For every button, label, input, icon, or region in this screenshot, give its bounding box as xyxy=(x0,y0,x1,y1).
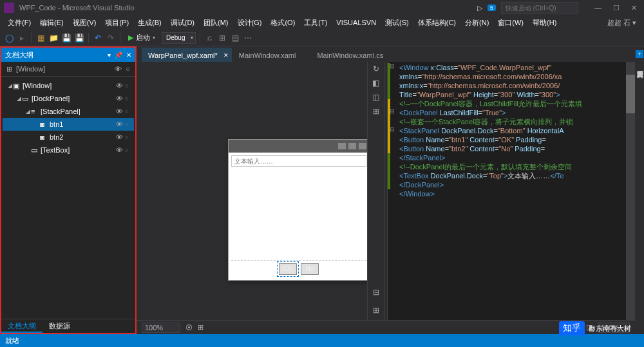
toolbox-icon[interactable]: ↻ xyxy=(371,64,381,75)
code-line[interactable]: <Button Name="btn1" Content="OK" Padding… xyxy=(399,135,632,144)
tree-toggle-icon[interactable]: ◢ xyxy=(6,82,13,89)
code-line[interactable]: </DockPanel> xyxy=(399,180,632,189)
back-icon[interactable]: ◯ xyxy=(4,33,14,43)
notify-count[interactable]: 5 xyxy=(488,5,496,11)
menu-item[interactable]: 调试(D) xyxy=(167,17,198,29)
lock-icon[interactable]: ○ xyxy=(125,121,131,127)
zoom-combo[interactable]: 100% xyxy=(142,323,180,333)
save-all-icon[interactable]: 💾 xyxy=(74,33,84,43)
pin-icon[interactable]: 📌 xyxy=(115,52,122,59)
code-line[interactable]: xmlns="http://schemas.microsoft.com/winf… xyxy=(399,72,632,81)
tb-icon[interactable]: ⊞ xyxy=(217,33,227,43)
open-icon[interactable]: 📁 xyxy=(48,33,59,43)
menu-item[interactable]: 项目(P) xyxy=(101,17,133,29)
tb-icon[interactable]: ▤ xyxy=(230,33,240,43)
visibility-icon[interactable]: 👁 xyxy=(115,133,124,141)
tree-toggle-icon[interactable]: ◢ xyxy=(24,108,31,115)
toolbox-icon[interactable]: ◧ xyxy=(371,79,381,89)
code-line[interactable]: <TextBox DockPanel.Dock="Top">文本输入……</Te xyxy=(399,171,632,180)
minimize-icon[interactable]: — xyxy=(591,3,605,14)
tree-row[interactable]: ◙btn1👁○ xyxy=(3,118,134,131)
menu-item[interactable]: 生成(B) xyxy=(134,17,166,29)
doc-tab[interactable]: MainWindow.xaml xyxy=(232,48,310,62)
toolbox-icon[interactable]: ⊞ xyxy=(371,306,381,316)
tb-icon[interactable]: ⎌ xyxy=(204,33,214,43)
lock-icon[interactable]: ○ xyxy=(125,147,131,153)
code-line[interactable]: </Window> xyxy=(399,189,632,198)
code-line[interactable]: <Button Name="btn2" Content="No" Padding… xyxy=(399,144,632,153)
code-line[interactable]: <!--嵌套一个StackPanel容器，将子元素横向排列，并锁 xyxy=(399,117,632,126)
menu-item[interactable]: 团队(M) xyxy=(200,17,232,29)
menu-item[interactable]: 测试(S) xyxy=(381,17,413,29)
split-btn-icon[interactable]: ◧ xyxy=(574,323,581,332)
redo-icon[interactable]: ↷ xyxy=(106,33,116,43)
outline-root-row[interactable]: ⊞ [Window] 👁 ○ xyxy=(1,62,135,76)
preview-textbox[interactable]: 文本输入…… xyxy=(231,155,366,167)
toolbox-icon[interactable]: ⊞ xyxy=(371,107,381,117)
toolbox-icon[interactable]: ◫ xyxy=(371,93,381,103)
zoom-combo-2[interactable]: 100% xyxy=(598,323,630,333)
menu-item[interactable]: 帮助(H) xyxy=(529,17,560,29)
code-line[interactable]: Title="WarpPanel_wpf" Height="300" Width… xyxy=(399,90,632,99)
tb-icon[interactable]: ⋯ xyxy=(243,33,253,43)
designer-window-preview[interactable]: 文本输入…… CK No xyxy=(228,139,370,281)
tree-row[interactable]: ◢≡[StackPanel]👁○ xyxy=(3,105,134,118)
preview-button-btn2[interactable]: No xyxy=(301,263,319,275)
menu-item[interactable]: 设计(G) xyxy=(234,17,266,29)
menu-item[interactable]: 编辑(E) xyxy=(36,17,68,29)
toolbox-icon[interactable]: ⊟ xyxy=(371,288,381,298)
close-panel-icon[interactable]: ✕ xyxy=(126,52,131,59)
code-content[interactable]: <Window x:Class="WPF_Code.WarpPanel_wpf"… xyxy=(397,62,635,320)
close-icon[interactable]: ✕ xyxy=(628,3,640,14)
start-debug-button[interactable]: ▶ 启动 ▾ xyxy=(124,32,159,44)
lock-icon[interactable]: ○ xyxy=(125,95,131,102)
visibility-icon[interactable]: 👁 xyxy=(115,146,124,154)
code-line[interactable]: <!--一个DockPanel容器，LastChildFill允许最后一个元素填 xyxy=(399,99,632,108)
menu-item[interactable]: 工具(T) xyxy=(300,17,331,29)
visibility-icon[interactable]: 👁 xyxy=(115,82,124,89)
doc-tab[interactable]: WarpPanel_wpf.xaml*✕ xyxy=(142,48,232,62)
code-line[interactable]: <!--DockPanel的最后一个元素，默认填充整个剩余空间 xyxy=(399,162,632,171)
visibility-icon[interactable]: 👁 xyxy=(115,108,124,115)
menu-item[interactable]: 格式(O) xyxy=(267,17,299,29)
tree-row[interactable]: ◢▭[DockPanel]👁○ xyxy=(3,92,134,105)
tree-row[interactable]: ◢▣[Window]👁○ xyxy=(3,79,134,92)
visibility-icon[interactable]: 👁 xyxy=(115,120,124,128)
doc-tab[interactable]: MainWindow.xaml.cs xyxy=(310,48,397,62)
tab-close-icon[interactable]: ✕ xyxy=(223,52,229,59)
menu-item[interactable]: 分析(N) xyxy=(461,17,493,29)
lock-icon[interactable]: ○ xyxy=(125,134,131,140)
code-line[interactable]: <StackPanel DockPanel.Dock="Bottom" Hori… xyxy=(399,126,632,135)
solution-explorer-icon[interactable]: + xyxy=(636,50,643,58)
tree-toggle-icon[interactable]: ◢ xyxy=(15,95,22,102)
save-icon[interactable]: 💾 xyxy=(61,33,71,43)
visibility-icon[interactable]: 👁 xyxy=(115,95,124,102)
quick-launch-input[interactable] xyxy=(501,2,578,14)
scrollbar-thumb[interactable] xyxy=(626,75,635,113)
lock-icon[interactable]: ○ xyxy=(125,108,131,115)
preview-button-btn1[interactable]: CK xyxy=(279,263,297,275)
split-btn-icon[interactable]: ◨ xyxy=(586,323,592,332)
maximize-icon[interactable]: ☐ xyxy=(610,3,623,14)
menu-item[interactable]: VISUALSVN xyxy=(332,17,380,28)
menu-item[interactable]: 窗口(W) xyxy=(494,17,527,29)
lock-icon[interactable]: ○ xyxy=(125,82,131,89)
xaml-designer[interactable]: 文本输入…… CK No ↻ ◧ ◫ ⊞ ⊟ ⊞ xyxy=(137,62,384,320)
forward-icon[interactable]: ▸ xyxy=(17,33,27,43)
code-line[interactable]: xmlns:x="http://schemas.microsoft.com/wi… xyxy=(399,81,632,90)
eye-icon[interactable]: 👁 xyxy=(115,65,122,73)
bottom-tab[interactable]: 数据源 xyxy=(43,319,77,333)
code-line[interactable]: <Window x:Class="WPF_Code.WarpPanel_wpf" xyxy=(399,63,632,72)
bottom-tab[interactable]: 文档大纲 xyxy=(1,319,43,333)
menu-item[interactable]: 体系结构(C) xyxy=(414,17,460,29)
notify-icon[interactable]: ▷ xyxy=(477,4,482,12)
zoom-icon[interactable]: ⦿ xyxy=(185,324,193,332)
config-combo[interactable]: Debug xyxy=(162,32,196,44)
tree-row[interactable]: ▭[TextBox]👁○ xyxy=(3,144,134,156)
undo-icon[interactable]: ↶ xyxy=(93,33,103,43)
tree-row[interactable]: ◙btn2👁○ xyxy=(3,131,134,144)
menu-item[interactable]: 文件(F) xyxy=(4,17,35,29)
scrollbar-vertical[interactable] xyxy=(626,62,635,320)
xaml-code-editor[interactable]: ⊟ ⊟ ⊟ <Window x:Class="WPF_Code.WarpPane… xyxy=(388,62,635,320)
lock-icon[interactable]: ○ xyxy=(126,65,130,73)
